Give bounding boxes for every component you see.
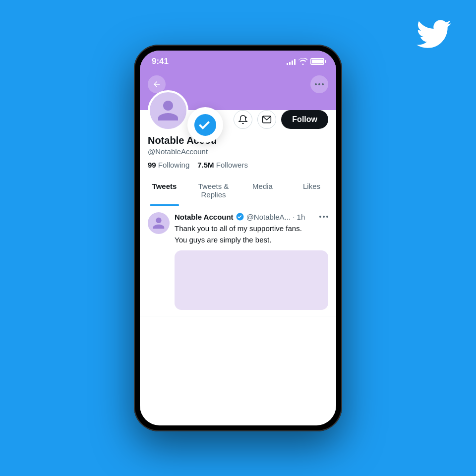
tweet-header: Notable Account @NotableA... · 1h (175, 212, 328, 221)
following-label: Following (158, 161, 189, 169)
avatar-person-icon (156, 98, 180, 123)
profile-section: Follow Notable Accou @NotableAccount 99 … (140, 110, 336, 175)
status-icons (287, 58, 324, 65)
followers-stat: 7.5M Followers (197, 161, 248, 169)
tweet-more-button[interactable] (319, 216, 328, 218)
status-bar: 9:41 (140, 51, 336, 70)
tab-tweets[interactable]: Tweets (140, 175, 189, 206)
tweet-media-preview (175, 250, 328, 310)
follow-button[interactable]: Follow (281, 110, 328, 129)
profile-handle: @NotableAccount (148, 147, 328, 156)
back-arrow-icon (152, 80, 161, 89)
signal-bars-icon (287, 58, 296, 65)
status-time: 9:41 (152, 57, 169, 66)
profile-avatar (148, 90, 188, 131)
tab-media[interactable]: Media (238, 175, 287, 206)
verified-badge-popup (187, 107, 223, 143)
bell-icon (238, 115, 248, 124)
tweet-feed: Notable Account @NotableA... · 1h (140, 206, 336, 425)
tweet-text: Thank you to all of my supportive fans. … (175, 223, 328, 245)
message-button[interactable] (257, 110, 276, 129)
battery-icon (310, 58, 324, 65)
tweet-avatar (148, 212, 170, 234)
phone-screen: 9:41 (140, 51, 336, 425)
verified-checkmark-icon (193, 113, 217, 137)
twitter-logo-icon (416, 20, 451, 48)
wifi-icon (298, 58, 307, 65)
followers-count: 7.5M (197, 161, 214, 169)
profile-tabs: Tweets Tweets & Replies Media Likes (140, 175, 336, 206)
tweet-content: Notable Account @NotableA... · 1h (175, 212, 328, 310)
profile-action-buttons: Follow (234, 110, 328, 131)
following-count: 99 (148, 161, 156, 169)
tab-likes[interactable]: Likes (287, 175, 336, 206)
profile-display-name: Notable Accou (148, 135, 328, 146)
tweet-handle-time: @NotableA... · 1h (246, 213, 305, 221)
phone-frame: 9:41 (134, 45, 342, 431)
profile-stats: 99 Following 7.5M Followers (148, 161, 328, 169)
envelope-icon (262, 115, 272, 124)
tab-tweets-replies[interactable]: Tweets & Replies (189, 175, 238, 206)
tweet-avatar-person-icon (152, 216, 166, 230)
table-row: Notable Account @NotableA... · 1h (140, 206, 336, 316)
more-dots-icon (315, 83, 324, 85)
following-stat: 99 Following (148, 161, 189, 169)
avatar-row: Follow (148, 90, 328, 131)
notification-button[interactable] (234, 110, 252, 129)
tweet-verified-icon (236, 212, 244, 221)
followers-label: Followers (216, 161, 248, 169)
tweet-author-name: Notable Account (175, 213, 234, 221)
